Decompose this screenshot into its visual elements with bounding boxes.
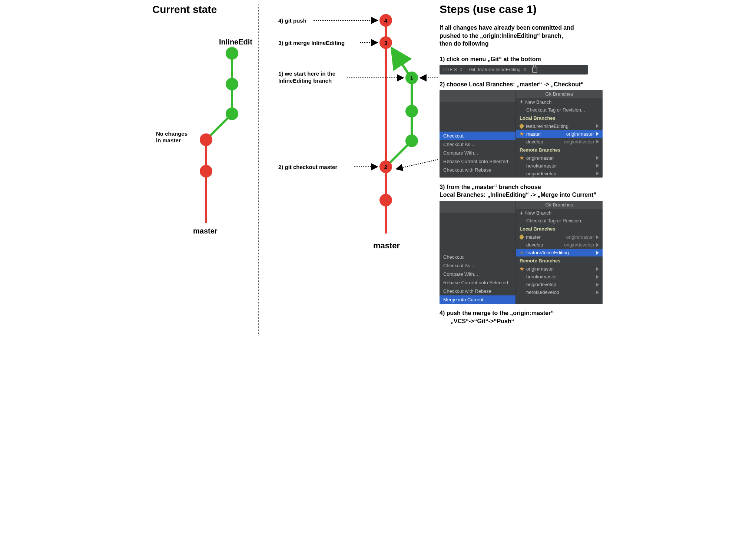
intro-text: If all changes have already been committ… <box>440 24 608 48</box>
ide1-right-panel: Git Branches +New Branch Checkout Tag or… <box>516 90 603 178</box>
star-icon <box>520 132 524 136</box>
star-icon <box>520 251 524 255</box>
ide-status-bar[interactable]: UTF-8 ⇕ Git: feature/InlineEditing ⇕ <box>440 65 588 74</box>
step-label-4: 4) git push <box>278 17 306 24</box>
col-steps-text: Steps (use case 1) If all changes have a… <box>440 0 608 328</box>
statusbar-encoding[interactable]: UTF-8 <box>443 65 457 74</box>
column-separator <box>258 4 259 335</box>
menu2-checkout-rebase[interactable]: Checkout with Rebase <box>440 287 515 295</box>
ide2-remote-heroku-master[interactable]: heroku/master <box>516 273 603 281</box>
ide2-right-panel: Git Branches +New Branch Checkout Tag or… <box>516 201 603 304</box>
ide2-remote-origin-master-label: origin/master <box>526 266 554 272</box>
ide2-remote-origin-master[interactable]: origin/master <box>516 265 603 273</box>
menu-checkout-as[interactable]: Checkout As... <box>440 140 515 149</box>
svg-point-5 <box>226 107 238 120</box>
step2-text: 2) choose Local Branches: „master“ -> „C… <box>440 81 608 88</box>
ide2-remote-heroku-develop[interactable]: heroku/develop <box>516 288 603 296</box>
menu2-checkout-label: Checkout <box>443 254 464 260</box>
new-branch-label: New Branch <box>525 99 551 105</box>
new-branch-item[interactable]: +New Branch <box>516 98 603 106</box>
svg-line-9 <box>392 48 410 76</box>
svg-point-17 <box>405 135 418 147</box>
svg-line-26 <box>396 159 438 169</box>
menu2-rebase-selected-label: Rebase Current onto Selected <box>443 280 508 285</box>
updown-icon-2: ⇕ <box>523 65 527 74</box>
checkout-tag-label: Checkout Tag or Revision... <box>520 107 585 113</box>
ide2-branch-master-label: master <box>526 234 541 240</box>
svg-text:2: 2 <box>384 164 387 170</box>
chevron-right-icon <box>596 172 599 175</box>
chevron-right-icon <box>596 283 599 287</box>
menu-checkout-label: Checkout <box>443 133 464 139</box>
star-icon <box>520 156 524 160</box>
note-line2: in master <box>156 137 181 143</box>
menu2-merge[interactable]: Merge into Current <box>440 295 515 304</box>
step3-text: 3) from the „master“ branch choose Local… <box>440 183 608 199</box>
chevron-right-icon <box>596 132 599 136</box>
chevron-right-icon <box>596 267 599 271</box>
menu-checkout[interactable]: Checkout <box>440 132 515 140</box>
ide2-section-local: Local Branches <box>516 225 603 233</box>
remote-origin-master[interactable]: origin/master <box>516 154 603 162</box>
branch-master[interactable]: masterorigin/master <box>516 130 603 138</box>
branch-develop[interactable]: developorigin/develop <box>516 138 603 146</box>
branch-develop-label: develop <box>526 139 543 145</box>
chevron-right-icon <box>596 243 599 247</box>
ide2-remote-origin-develop-label: origin/develop <box>526 282 556 287</box>
menu2-checkout-rebase-label: Checkout with Rebase <box>443 288 491 294</box>
menu-rebase-selected-label: Rebase Current onto Selected <box>443 159 508 164</box>
section-remote-branches: Remote Branches <box>516 146 603 154</box>
svg-point-3 <box>226 47 238 60</box>
step3-line2: Local Branches: „InlineEditing“ -> „Merg… <box>440 192 597 198</box>
ide2-branch-develop[interactable]: developorigin/develop <box>516 241 603 249</box>
menu-compare[interactable]: Compare With... <box>440 149 515 157</box>
remote-origin-develop[interactable]: origin/develop <box>516 170 603 178</box>
ide2-remote-heroku-master-label: heroku/master <box>526 274 557 279</box>
section-local-branches: Local Branches <box>516 114 603 122</box>
remote-heroku-master[interactable]: heroku/master <box>516 162 603 170</box>
step4-text: 4) push the merge to the „origin:master“… <box>440 309 608 325</box>
ide2-branch-feature-label: feature/InlineEditing <box>526 250 569 255</box>
label-master-bottom: master <box>193 227 218 235</box>
label-master-bottom2: master <box>373 241 400 251</box>
col-step-diagram: 4 3 1 2 4) git push 3) git merge InlineE… <box>263 4 438 263</box>
star-icon <box>520 267 524 271</box>
ide2-new-branch[interactable]: +New Branch <box>516 209 603 217</box>
statusbar-git-branch[interactable]: Git: feature/InlineEditing <box>469 65 521 74</box>
branch-feature-inline-label: feature/InlineEditing <box>526 123 568 129</box>
intro-line1: If all changes have already been committ… <box>440 24 574 31</box>
checkout-tag-item[interactable]: Checkout Tag or Revision... <box>516 106 603 114</box>
ide2-branch-master[interactable]: masterorigin/master <box>516 233 603 241</box>
menu2-rebase-selected[interactable]: Rebase Current onto Selected <box>440 278 515 287</box>
step-label-3: 3) git merge InlineEditing <box>278 40 345 46</box>
step-label-1b: InlineEditing branch <box>278 77 332 84</box>
ide2-title: Git Branches <box>516 201 603 209</box>
svg-point-20 <box>379 194 392 206</box>
menu-checkout-rebase[interactable]: Checkout with Rebase <box>440 166 515 174</box>
ide2-remote-origin-develop[interactable]: origin/develop <box>516 281 603 288</box>
ide2-left-menu: Checkout Checkout As... Compare With... … <box>440 201 516 304</box>
step1-text: 1) click on menu „Git“ at the bottom <box>440 56 608 63</box>
menu2-compare-label: Compare With... <box>443 271 478 277</box>
menu2-compare[interactable]: Compare With... <box>440 270 515 278</box>
ide2-branch-feature-inline[interactable]: feature/InlineEditing <box>516 249 603 256</box>
updown-icon: ⇕ <box>459 65 463 74</box>
note-no-changes: No changes in master <box>156 130 188 144</box>
branch-feature-inline[interactable]: feature/InlineEditing <box>516 122 603 130</box>
heading-steps: Steps (use case 1) <box>440 3 608 16</box>
menu2-checkout-as[interactable]: Checkout As... <box>440 261 515 270</box>
menu-checkout-as-label: Checkout As... <box>443 142 474 147</box>
ide2-branch-develop-label: develop <box>526 242 543 248</box>
plus-icon: + <box>520 211 523 215</box>
ide2-checkout-tag[interactable]: Checkout Tag or Revision... <box>516 217 603 225</box>
ide2-checkout-tag-label: Checkout Tag or Revision... <box>520 218 585 223</box>
ide1-left-menu: Checkout Checkout As... Compare With... … <box>440 90 516 178</box>
menu-rebase-selected[interactable]: Rebase Current onto Selected <box>440 157 515 166</box>
svg-point-7 <box>200 165 212 178</box>
svg-point-16 <box>405 105 418 117</box>
intro-line2: pushed to the „origin:InlineEditing“ bra… <box>440 33 563 39</box>
chevron-right-icon <box>596 235 599 239</box>
ide-panel-2: Checkout Checkout As... Compare With... … <box>440 201 603 304</box>
menu2-checkout[interactable]: Checkout <box>440 253 515 261</box>
chevron-right-icon <box>596 164 599 168</box>
